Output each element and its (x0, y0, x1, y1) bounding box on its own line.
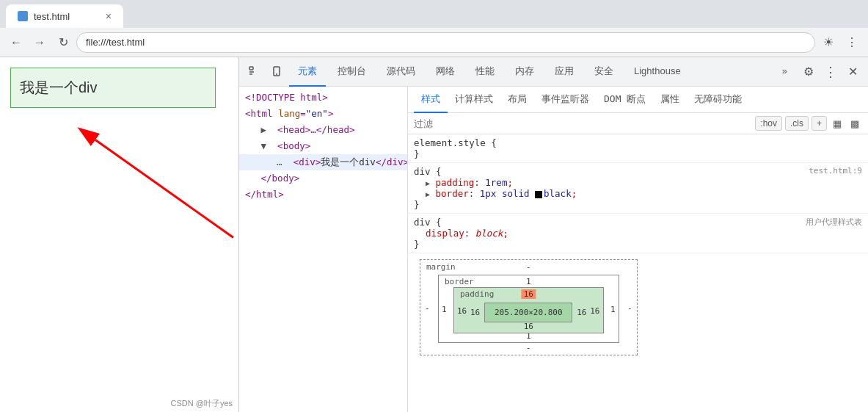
bm-margin-top: - (526, 262, 531, 272)
color-swatch-black[interactable] (535, 191, 542, 198)
subtab-event-listeners[interactable]: 事件监听器 (534, 87, 597, 113)
div-preview: 我是一个div (10, 68, 216, 108)
menu-button[interactable]: ⋮ (842, 32, 862, 53)
bm-padding: padding 16 16 16 16 16 (453, 287, 604, 333)
browser-tab[interactable]: test.html × (6, 4, 123, 28)
gear-icon: ⚙ (803, 65, 814, 79)
expand-triangle[interactable]: ▶ (426, 179, 430, 187)
extensions-button[interactable]: ☀ (818, 32, 839, 53)
devtools-more-tabs[interactable]: » (773, 57, 796, 87)
rule-selector-ua: div { 用户代理样式表 (414, 217, 862, 228)
element-state-button[interactable]: ▦ (830, 116, 845, 131)
html-tag: <html (245, 108, 278, 119)
devtools-tab-network[interactable]: 网络 (427, 57, 464, 87)
tab-close-button[interactable]: × (106, 10, 112, 22)
subtab-accessibility[interactable]: 无障碍功能 (687, 87, 749, 113)
bm-padding-label: padding (460, 289, 494, 299)
subtab-dom-breakpoints[interactable]: DOM 断点 (597, 87, 653, 113)
bm-content-left-val: 16 (466, 308, 484, 317)
style-prop-padding[interactable]: ▶ padding: 1rem; (414, 177, 862, 188)
devtools-toolbar: 元素 控制台 源代码 网络 性能 内存 应用 (239, 57, 868, 87)
close-icon: ✕ (848, 65, 858, 79)
dom-line[interactable]: ▼ <body> (239, 138, 407, 154)
dom-line: </body> (239, 170, 407, 187)
bm-margin-label: margin (426, 262, 456, 272)
reload-button[interactable]: ↻ (53, 32, 73, 53)
div-text: 我是一个div (20, 78, 98, 98)
back-button[interactable]: ← (6, 32, 26, 53)
add-style-button[interactable]: + (812, 116, 827, 131)
bm-margin-left: - (425, 303, 430, 312)
browser-toolbar: ← → ↻ file:///test.html ☀ ⋮ (0, 28, 868, 57)
expand-head-triangle[interactable]: ▶ (261, 124, 267, 135)
collapse-body-triangle[interactable]: ▼ (261, 140, 267, 151)
devtools-body: <!DOCTYPE html> <html lang="en"> ▶ <head… (239, 87, 868, 412)
subtab-computed[interactable]: 计算样式 (448, 87, 500, 113)
dom-line: </html> (239, 187, 407, 203)
devtools-menu-button[interactable]: ⋮ (821, 62, 840, 82)
styles-panel: 样式 计算样式 布局 事件监听器 DOM 断点 (408, 87, 868, 412)
style-rule-div: div { test.html:9 ▶ padding: 1rem; ▶ bor… (408, 163, 868, 214)
filter-buttons: :hov .cls + ▦ ▩ (755, 116, 862, 131)
inspect-element-button[interactable] (245, 62, 264, 82)
devtools-tab-security[interactable]: 安全 (586, 57, 622, 87)
subtab-layout[interactable]: 布局 (500, 87, 534, 113)
hov-filter-button[interactable]: :hov (755, 116, 782, 131)
devtools-panel: 元素 控制台 源代码 网络 性能 内存 应用 (238, 57, 868, 412)
bm-padding-left: 16 (457, 306, 467, 315)
filter-input[interactable] (414, 118, 752, 129)
svg-line-1 (95, 140, 233, 238)
bm-border-label: border (445, 277, 474, 286)
style-source-file[interactable]: test.html:9 (809, 166, 862, 176)
cls-filter-button[interactable]: .cls (785, 116, 809, 131)
rule-selector-div: div { test.html:9 (414, 166, 862, 177)
tab-bar: test.html × (0, 0, 868, 28)
address-bar[interactable]: file:///test.html (76, 32, 815, 53)
devtools-tab-lighthouse[interactable]: Lighthouse (625, 57, 690, 87)
dom-line-selected[interactable]: … <div>我是一个div</div> (239, 154, 407, 170)
rule-close-ua: } (414, 239, 862, 250)
bm-content-box: 205.200×20.800 (484, 303, 572, 322)
red-arrow (0, 57, 238, 412)
dom-line[interactable]: ▶ <head>…</head> (239, 122, 407, 138)
forward-button[interactable]: → (29, 32, 50, 53)
devtools-settings-button[interactable]: ⚙ (799, 62, 818, 82)
devtools-tab-memory[interactable]: 内存 (506, 57, 543, 87)
box-model: margin - - - - border 1 1 1 (420, 259, 638, 355)
subtab-styles[interactable]: 样式 (414, 87, 448, 113)
bm-content-row: 16 205.200×20.800 16 (466, 303, 591, 322)
devtools-tab-performance[interactable]: 性能 (467, 57, 503, 87)
style-rule-ua: div { 用户代理样式表 display: block; } (408, 214, 868, 253)
style-prop-border[interactable]: ▶ border: 1px solid black; (414, 188, 862, 199)
doctype-tag: <!DOCTYPE html> (245, 92, 328, 103)
subtab-properties[interactable]: 属性 (653, 87, 687, 113)
expand-triangle[interactable]: ▶ (426, 190, 430, 198)
rule-close-div: } (414, 199, 862, 210)
devtools-tab-elements[interactable]: 元素 (289, 57, 326, 87)
devtools-tab-application[interactable]: 应用 (546, 57, 583, 87)
tab-favicon (18, 11, 28, 21)
browser-window: test.html × ← → ↻ file:///test.html ☀ ⋮ … (0, 0, 868, 412)
devtools-close-button[interactable]: ✕ (843, 62, 862, 82)
device-toolbar-button[interactable] (267, 62, 286, 82)
bm-border-left: 1 (442, 304, 447, 314)
bm-padding-bottom: 16 (524, 322, 533, 331)
bm-padding-top: 16 (522, 289, 536, 299)
bm-border-top: 1 (526, 277, 531, 286)
address-text: file:///test.html (86, 37, 145, 48)
style-source-ua: 用户代理样式表 (806, 217, 862, 228)
bm-margin: margin - - - - border 1 1 1 (420, 259, 638, 355)
devtools-tab-console[interactable]: 控制台 (329, 57, 375, 87)
devtools-subtabs: 样式 计算样式 布局 事件监听器 DOM 断点 (408, 87, 868, 113)
toggle-sidebar-button[interactable]: ▩ (847, 116, 862, 131)
dom-line: <html lang="en"> (239, 106, 407, 122)
bm-border-right: 1 (610, 304, 616, 314)
toolbar-right: ☀ ⋮ (818, 32, 862, 53)
bm-margin-bottom: - (526, 343, 531, 353)
style-rule-element: element.style { } (408, 134, 868, 163)
bm-margin-right: - (627, 303, 632, 312)
rule-selector: element.style { (414, 137, 862, 148)
style-prop-display[interactable]: display: block; (414, 228, 862, 239)
bm-border: border 1 1 1 1 padding 16 16 (438, 275, 619, 343)
devtools-tab-sources[interactable]: 源代码 (378, 57, 424, 87)
